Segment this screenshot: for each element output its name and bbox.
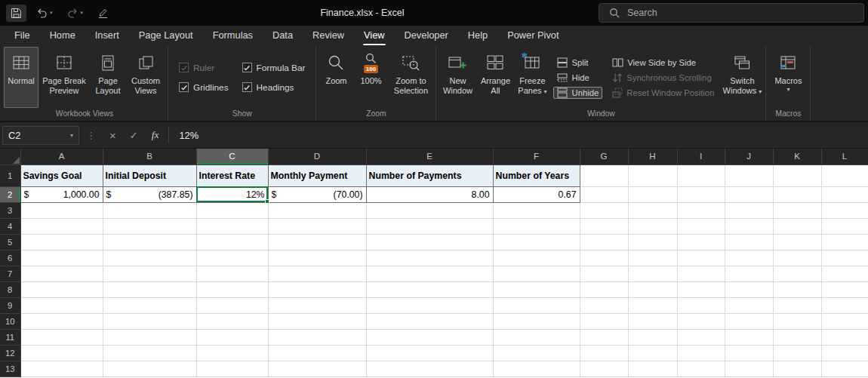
cell[interactable] xyxy=(725,281,773,297)
reset-window-position-button[interactable]: Reset Window Position xyxy=(608,87,718,99)
cell[interactable] xyxy=(580,313,628,329)
customize-quick-access-toolbar-button[interactable] xyxy=(93,5,113,22)
arrange-all-button[interactable]: Arrange All xyxy=(476,47,514,108)
search-box[interactable]: Search xyxy=(599,3,864,23)
cell[interactable] xyxy=(725,329,773,345)
cell[interactable] xyxy=(580,329,628,345)
row-header-13[interactable]: 13 xyxy=(0,361,20,376)
cell-b2[interactable]: $(387.85) xyxy=(103,186,196,202)
tab-view[interactable]: View xyxy=(354,26,395,46)
cell[interactable] xyxy=(580,361,628,376)
cell[interactable] xyxy=(773,313,821,329)
tab-insert[interactable]: Insert xyxy=(85,26,129,46)
cell[interactable] xyxy=(493,329,580,345)
cell[interactable] xyxy=(268,297,366,313)
tab-file[interactable]: File xyxy=(5,26,40,46)
cell[interactable] xyxy=(103,329,196,345)
freeze-panes-button[interactable]: ❄ Freeze Panes ▾ xyxy=(514,47,550,108)
save-button[interactable] xyxy=(6,5,26,22)
cell[interactable] xyxy=(773,361,821,376)
cell[interactable] xyxy=(366,202,493,218)
cancel-icon[interactable]: × xyxy=(109,129,116,142)
fill-handle[interactable] xyxy=(265,199,269,204)
cell[interactable] xyxy=(725,345,773,361)
split-button[interactable]: Split xyxy=(553,57,602,69)
cell[interactable] xyxy=(773,202,821,218)
cell[interactable] xyxy=(821,345,868,361)
cell[interactable] xyxy=(196,313,268,329)
cell[interactable] xyxy=(268,329,366,345)
cell-e2[interactable]: 8.00 xyxy=(366,186,493,202)
cell[interactable] xyxy=(580,218,628,234)
row-header-3[interactable]: 3 xyxy=(0,202,20,218)
cell[interactable] xyxy=(20,234,103,250)
cell[interactable] xyxy=(196,361,268,376)
cell[interactable] xyxy=(821,266,868,281)
cell[interactable] xyxy=(493,345,580,361)
cell[interactable] xyxy=(628,164,677,186)
cell[interactable] xyxy=(821,186,868,202)
column-header-e[interactable]: E xyxy=(366,149,493,164)
cell[interactable] xyxy=(20,313,103,329)
redo-button[interactable]: ▾ xyxy=(63,5,88,21)
tab-review[interactable]: Review xyxy=(303,26,354,46)
cell-d2[interactable]: $(70.00) xyxy=(268,186,366,202)
cell[interactable] xyxy=(196,218,268,234)
hide-button[interactable]: Hide xyxy=(553,72,602,84)
cell[interactable] xyxy=(628,266,677,281)
cell-c1[interactable]: Interest Rate xyxy=(196,164,268,186)
switch-windows-button[interactable]: Switch Windows ▾ xyxy=(721,47,763,108)
cell[interactable] xyxy=(268,266,366,281)
cell[interactable] xyxy=(628,361,677,376)
custom-views-button[interactable]: Custom Views xyxy=(126,47,165,108)
cell[interactable] xyxy=(773,329,821,345)
cell[interactable] xyxy=(366,361,493,376)
formula-bar-checkbox[interactable]: Formula Bar xyxy=(242,63,306,73)
cell[interactable] xyxy=(725,266,773,281)
cell[interactable] xyxy=(196,250,268,266)
row-header-2[interactable]: 2 xyxy=(0,186,20,202)
cell[interactable] xyxy=(493,266,580,281)
cell[interactable] xyxy=(580,202,628,218)
cell[interactable] xyxy=(366,297,493,313)
cell[interactable] xyxy=(20,202,103,218)
cell[interactable] xyxy=(20,218,103,234)
cell[interactable] xyxy=(821,202,868,218)
cell[interactable] xyxy=(628,297,677,313)
cell[interactable] xyxy=(725,202,773,218)
undo-button[interactable]: ▾ xyxy=(32,5,57,21)
cell[interactable] xyxy=(677,218,725,234)
cell[interactable] xyxy=(493,313,580,329)
cell[interactable] xyxy=(366,250,493,266)
cell[interactable] xyxy=(366,281,493,297)
row-header-1[interactable]: 1 xyxy=(0,164,20,186)
tab-help[interactable]: Help xyxy=(458,26,497,46)
cell[interactable] xyxy=(20,361,103,376)
cell[interactable] xyxy=(103,202,196,218)
unhide-button[interactable]: Unhide xyxy=(553,87,602,99)
cell[interactable] xyxy=(580,345,628,361)
cell[interactable] xyxy=(628,202,677,218)
cell[interactable] xyxy=(628,218,677,234)
cell[interactable] xyxy=(493,202,580,218)
row-header-4[interactable]: 4 xyxy=(0,218,20,234)
cell[interactable] xyxy=(196,345,268,361)
cell[interactable] xyxy=(493,218,580,234)
cell[interactable] xyxy=(268,218,366,234)
cell[interactable] xyxy=(677,313,725,329)
dots-separator-icon[interactable]: ⋮ xyxy=(86,130,96,141)
cell[interactable] xyxy=(773,345,821,361)
cell[interactable] xyxy=(580,297,628,313)
cell[interactable] xyxy=(20,266,103,281)
cell[interactable] xyxy=(821,164,868,186)
cell[interactable] xyxy=(103,361,196,376)
cell[interactable] xyxy=(773,234,821,250)
tab-page-layout[interactable]: Page Layout xyxy=(129,26,203,46)
chevron-down-icon[interactable]: ▾ xyxy=(70,132,73,139)
cell[interactable] xyxy=(493,234,580,250)
cell[interactable] xyxy=(773,164,821,186)
cell[interactable] xyxy=(103,281,196,297)
cell[interactable] xyxy=(580,266,628,281)
cell[interactable] xyxy=(580,234,628,250)
cell[interactable] xyxy=(366,345,493,361)
